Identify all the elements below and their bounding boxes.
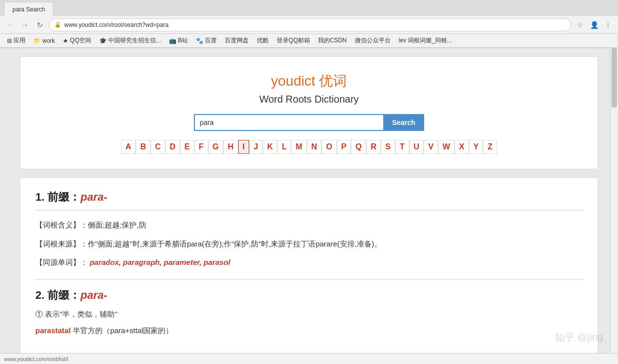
search-row: Search <box>30 114 588 131</box>
alpha-L[interactable]: L <box>277 140 291 154</box>
alpha-K[interactable]: K <box>263 140 278 154</box>
example-word: parastatal <box>35 326 71 335</box>
alpha-F[interactable]: F <box>194 140 208 154</box>
address-text: www.youdict.com/root/search?wd=para <box>64 21 168 28</box>
entry-1-origin: 【词根来源】：作"侧面;超越"时,来源于希腊语para(在旁);作"保护,防"时… <box>35 238 583 250</box>
alpha-R[interactable]: R <box>366 140 381 154</box>
tab-title: para Search <box>12 6 45 13</box>
alpha-I[interactable]: I <box>238 140 249 154</box>
entry-2-prefix: para- <box>80 289 107 301</box>
alpha-N[interactable]: N <box>307 140 322 154</box>
user-button[interactable]: 👤 <box>588 19 600 31</box>
entry-1-prefix: para- <box>80 191 107 203</box>
alpha-C[interactable]: C <box>151 140 165 154</box>
alpha-B[interactable]: B <box>136 140 151 154</box>
alpha-U[interactable]: U <box>409 140 424 154</box>
alpha-M[interactable]: M <box>291 140 307 154</box>
bookmark-wechat[interactable]: 微信公众平台 <box>352 35 394 46</box>
site-title: youdict 优词 <box>30 72 588 91</box>
entry-2: 2. 前缀：para- ① 表示"半，类似，辅助" parastatal 半官方… <box>35 288 583 336</box>
nav-bar: ← → ↻ 🔒 www.youdict.com/root/search?wd=p… <box>0 16 618 34</box>
entry-1-related: 【同源单词】： paradox, paragraph, parameter, p… <box>35 256 583 269</box>
bookmark-youku[interactable]: 优酷 <box>254 35 272 46</box>
search-input[interactable] <box>194 114 383 131</box>
bilibili-icon: 📺 <box>169 37 176 44</box>
alpha-X[interactable]: X <box>455 140 469 154</box>
tab-bar: para Search <box>0 0 618 16</box>
bookmark-baidudisk[interactable]: 百度网盘 <box>222 35 252 46</box>
address-bar[interactable]: 🔒 www.youdict.com/root/search?wd=para <box>49 18 571 31</box>
alpha-Q[interactable]: Q <box>351 140 366 154</box>
alpha-P[interactable]: P <box>337 140 351 154</box>
entry-1-meaning: 【词根含义】：侧面;超越;保护,防 <box>35 219 583 232</box>
browser-chrome: para Search ← → ↻ 🔒 www.youdict.com/root… <box>0 0 618 48</box>
alpha-H[interactable]: H <box>223 140 238 154</box>
nav-actions: ☆ 👤 ⋮ <box>574 19 614 31</box>
alpha-S[interactable]: S <box>381 140 395 154</box>
entry-2-number: 2. 前缀： <box>35 289 80 301</box>
bookmark-grad[interactable]: 🎓 中国研究生招生信... <box>96 35 164 46</box>
star-icon: ★ <box>63 37 68 44</box>
alpha-J[interactable]: J <box>249 140 263 154</box>
search-card: youdict 优词 Word Roots Dictionary Search … <box>20 56 598 169</box>
alpha-Y[interactable]: Y <box>469 140 483 154</box>
alpha-G[interactable]: G <box>208 140 223 154</box>
bookmark-baidu[interactable]: 🐾 百度 <box>193 35 220 46</box>
alpha-A[interactable]: A <box>121 140 136 154</box>
entry-divider <box>35 279 583 280</box>
page-wrapper: youdict 优词 Word Roots Dictionary Search … <box>0 48 618 364</box>
refresh-button[interactable]: ↻ <box>34 19 46 31</box>
entry-2-note: ① 表示"半，类似，辅助" <box>35 310 583 319</box>
lock-icon: 🔒 <box>54 21 61 28</box>
entry-1-related-words: paradox, paragraph, parameter, parasol <box>90 258 230 266</box>
entry-2-example: parastatal 半官方的（para+sttal国家的） <box>35 326 583 336</box>
back-button[interactable]: ← <box>4 19 16 31</box>
bookmark-star-button[interactable]: ☆ <box>574 19 586 31</box>
alpha-D[interactable]: D <box>165 140 180 154</box>
alpha-V[interactable]: V <box>424 140 438 154</box>
bookmarks-bar: ⊞ 应用 📁 work ★ QQ空间 🎓 中国研究生招生信... 📺 B站 🐾 … <box>0 34 618 48</box>
results-card: 1. 前缀：para- 【词根含义】：侧面;超越;保护,防 【词根来源】：作"侧… <box>20 177 598 358</box>
entry-1-number: 1. 前缀： <box>35 191 80 203</box>
alpha-W[interactable]: W <box>438 140 455 154</box>
bookmark-bilibili[interactable]: 📺 B站 <box>166 35 191 46</box>
menu-button[interactable]: ⋮ <box>602 19 614 31</box>
alpha-O[interactable]: O <box>321 140 336 154</box>
entry-1-title: 1. 前缀：para- <box>35 190 583 211</box>
entry-2-title: 2. 前缀：para- <box>35 288 583 303</box>
bookmark-qq[interactable]: ★ QQ空间 <box>60 35 94 46</box>
search-button[interactable]: Search <box>383 114 425 131</box>
forward-button[interactable]: → <box>19 19 31 31</box>
alphabet-bar: A B C D E F G H I J K L M N O P Q R S T … <box>30 140 588 154</box>
bookmark-apps[interactable]: ⊞ 应用 <box>4 35 28 46</box>
entry-1: 1. 前缀：para- 【词根含义】：侧面;超越;保护,防 【词根来源】：作"侧… <box>35 190 583 269</box>
alpha-T[interactable]: T <box>395 140 409 154</box>
baidu-icon: 🐾 <box>196 37 203 44</box>
grad-icon: 🎓 <box>99 37 107 44</box>
bookmark-lev[interactable]: lev 词根词缀_同根... <box>396 35 455 46</box>
folder-icon: 📁 <box>33 37 41 44</box>
scrollbar-thumb[interactable] <box>612 48 617 108</box>
status-url: www.youdict.com/root/list/i <box>4 356 68 362</box>
status-bar: www.youdict.com/root/list/i <box>0 353 618 364</box>
alpha-E[interactable]: E <box>180 140 194 154</box>
bookmark-csdn[interactable]: 我的CSDN <box>315 35 350 46</box>
alpha-Z[interactable]: Z <box>483 140 497 154</box>
bookmark-work[interactable]: 📁 work <box>30 36 58 45</box>
scrollbar-track[interactable] <box>610 48 618 353</box>
apps-icon: ⊞ <box>7 37 12 44</box>
active-tab[interactable]: para Search <box>4 2 53 16</box>
site-subtitle: Word Roots Dictionary <box>30 94 588 105</box>
site-name-youdict: youdict 优词 <box>271 73 347 89</box>
bookmark-qqmail[interactable]: 登录QQ邮箱 <box>274 35 313 46</box>
